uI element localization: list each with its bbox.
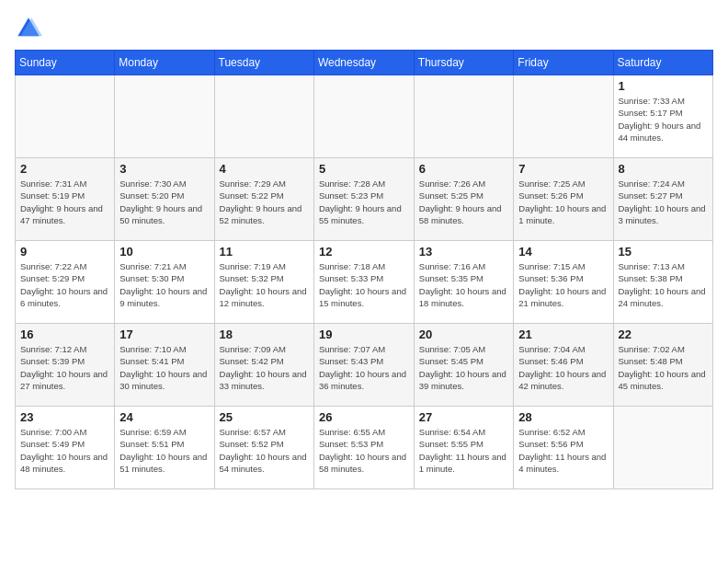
calendar-table: SundayMondayTuesdayWednesdayThursdayFrid… [15,50,713,489]
day-number: 23 [20,410,109,424]
header-saturday: Saturday [613,51,713,75]
day-info: Sunrise: 7:30 AMSunset: 5:20 PMDaylight:… [119,178,209,226]
day-info: Sunrise: 7:26 AMSunset: 5:25 PMDaylight:… [419,178,509,226]
day-info: Sunrise: 7:29 AMSunset: 5:22 PMDaylight:… [220,178,309,226]
week-row-4: 23Sunrise: 7:00 AMSunset: 5:49 PMDayligh… [16,407,713,489]
day-info: Sunrise: 7:00 AMSunset: 5:49 PMDaylight:… [20,426,109,475]
header-tuesday: Tuesday [214,51,313,75]
day-number: 2 [20,162,109,176]
day-number: 3 [119,162,209,176]
calendar-cell [613,407,713,489]
day-number: 17 [119,327,209,341]
day-number: 20 [419,327,509,341]
header-monday: Monday [115,51,214,75]
day-number: 5 [319,162,409,176]
day-number: 16 [20,327,109,341]
calendar-cell: 17Sunrise: 7:10 AMSunset: 5:41 PMDayligh… [115,324,214,407]
day-number: 14 [518,245,608,259]
day-number: 25 [220,410,309,424]
day-info: Sunrise: 6:57 AMSunset: 5:52 PMDaylight:… [220,426,309,475]
calendar-cell: 27Sunrise: 6:54 AMSunset: 5:55 PMDayligh… [414,407,514,489]
day-info: Sunrise: 7:10 AMSunset: 5:41 PMDaylight:… [119,343,209,392]
calendar-cell: 21Sunrise: 7:04 AMSunset: 5:46 PMDayligh… [514,324,613,407]
calendar-cell: 15Sunrise: 7:13 AMSunset: 5:38 PMDayligh… [613,241,713,324]
logo [15,15,46,42]
calendar-cell: 26Sunrise: 6:55 AMSunset: 5:53 PMDayligh… [313,407,414,489]
day-number: 28 [518,410,608,424]
calendar-cell: 1Sunrise: 7:33 AMSunset: 5:17 PMDaylight… [613,75,713,158]
day-number: 11 [220,245,309,259]
calendar-cell: 12Sunrise: 7:18 AMSunset: 5:33 PMDayligh… [313,241,414,324]
day-info: Sunrise: 7:02 AMSunset: 5:48 PMDaylight:… [619,343,709,392]
header-wednesday: Wednesday [313,51,414,75]
calendar-cell: 20Sunrise: 7:05 AMSunset: 5:45 PMDayligh… [414,324,514,407]
day-info: Sunrise: 7:04 AMSunset: 5:46 PMDaylight:… [518,343,608,392]
day-number: 1 [619,79,709,93]
day-number: 24 [119,410,209,424]
calendar-cell: 23Sunrise: 7:00 AMSunset: 5:49 PMDayligh… [16,407,115,489]
week-row-0: 1Sunrise: 7:33 AMSunset: 5:17 PMDaylight… [16,75,713,158]
day-info: Sunrise: 6:52 AMSunset: 5:56 PMDaylight:… [518,426,608,475]
calendar-cell: 16Sunrise: 7:12 AMSunset: 5:39 PMDayligh… [16,324,115,407]
calendar-cell: 28Sunrise: 6:52 AMSunset: 5:56 PMDayligh… [514,407,613,489]
day-info: Sunrise: 7:25 AMSunset: 5:26 PMDaylight:… [518,178,608,226]
logo-icon [15,15,42,42]
calendar-cell: 8Sunrise: 7:24 AMSunset: 5:27 PMDaylight… [613,158,713,241]
calendar-cell: 10Sunrise: 7:21 AMSunset: 5:30 PMDayligh… [115,241,214,324]
day-info: Sunrise: 7:21 AMSunset: 5:30 PMDaylight:… [119,260,209,309]
day-info: Sunrise: 7:09 AMSunset: 5:42 PMDaylight:… [220,343,309,392]
day-number: 27 [419,410,509,424]
calendar-cell [313,75,414,158]
week-row-3: 16Sunrise: 7:12 AMSunset: 5:39 PMDayligh… [16,324,713,407]
calendar-cell: 13Sunrise: 7:16 AMSunset: 5:35 PMDayligh… [414,241,514,324]
day-info: Sunrise: 6:59 AMSunset: 5:51 PMDaylight:… [119,426,209,475]
day-info: Sunrise: 7:13 AMSunset: 5:38 PMDaylight:… [619,260,709,309]
calendar-cell: 14Sunrise: 7:15 AMSunset: 5:36 PMDayligh… [514,241,613,324]
day-number: 7 [518,162,608,176]
day-number: 22 [619,327,709,341]
day-info: Sunrise: 7:05 AMSunset: 5:45 PMDaylight:… [419,343,509,392]
day-number: 21 [518,327,608,341]
header-row: SundayMondayTuesdayWednesdayThursdayFrid… [16,51,713,75]
calendar-cell: 25Sunrise: 6:57 AMSunset: 5:52 PMDayligh… [214,407,313,489]
calendar-cell: 24Sunrise: 6:59 AMSunset: 5:51 PMDayligh… [115,407,214,489]
day-info: Sunrise: 7:19 AMSunset: 5:32 PMDaylight:… [220,260,309,309]
calendar-cell: 9Sunrise: 7:22 AMSunset: 5:29 PMDaylight… [16,241,115,324]
day-number: 10 [119,245,209,259]
day-info: Sunrise: 7:07 AMSunset: 5:43 PMDaylight:… [319,343,409,392]
calendar-cell: 7Sunrise: 7:25 AMSunset: 5:26 PMDaylight… [514,158,613,241]
calendar-cell: 3Sunrise: 7:30 AMSunset: 5:20 PMDaylight… [115,158,214,241]
day-info: Sunrise: 7:31 AMSunset: 5:19 PMDaylight:… [20,178,109,226]
calendar-cell: 2Sunrise: 7:31 AMSunset: 5:19 PMDaylight… [16,158,115,241]
day-number: 19 [319,327,409,341]
calendar-cell [214,75,313,158]
calendar-cell: 6Sunrise: 7:26 AMSunset: 5:25 PMDaylight… [414,158,514,241]
day-info: Sunrise: 7:15 AMSunset: 5:36 PMDaylight:… [518,260,608,309]
calendar-cell: 18Sunrise: 7:09 AMSunset: 5:42 PMDayligh… [214,324,313,407]
header-friday: Friday [514,51,613,75]
calendar-cell [414,75,514,158]
calendar-cell: 22Sunrise: 7:02 AMSunset: 5:48 PMDayligh… [613,324,713,407]
day-info: Sunrise: 7:24 AMSunset: 5:27 PMDaylight:… [619,178,709,226]
day-info: Sunrise: 7:16 AMSunset: 5:35 PMDaylight:… [419,260,509,309]
day-info: Sunrise: 6:54 AMSunset: 5:55 PMDaylight:… [419,426,509,475]
calendar-cell [16,75,115,158]
day-number: 8 [619,162,709,176]
day-info: Sunrise: 6:55 AMSunset: 5:53 PMDaylight:… [319,426,409,475]
day-number: 12 [319,245,409,259]
day-info: Sunrise: 7:18 AMSunset: 5:33 PMDaylight:… [319,260,409,309]
day-info: Sunrise: 7:12 AMSunset: 5:39 PMDaylight:… [20,343,109,392]
page-header [15,15,713,42]
day-number: 4 [220,162,309,176]
day-number: 18 [220,327,309,341]
calendar-cell: 4Sunrise: 7:29 AMSunset: 5:22 PMDaylight… [214,158,313,241]
calendar-cell: 11Sunrise: 7:19 AMSunset: 5:32 PMDayligh… [214,241,313,324]
day-info: Sunrise: 7:33 AMSunset: 5:17 PMDaylight:… [619,95,709,144]
week-row-2: 9Sunrise: 7:22 AMSunset: 5:29 PMDaylight… [16,241,713,324]
day-number: 13 [419,245,509,259]
calendar-cell: 19Sunrise: 7:07 AMSunset: 5:43 PMDayligh… [313,324,414,407]
day-number: 26 [319,410,409,424]
day-info: Sunrise: 7:22 AMSunset: 5:29 PMDaylight:… [20,260,109,309]
header-thursday: Thursday [414,51,514,75]
day-number: 6 [419,162,509,176]
